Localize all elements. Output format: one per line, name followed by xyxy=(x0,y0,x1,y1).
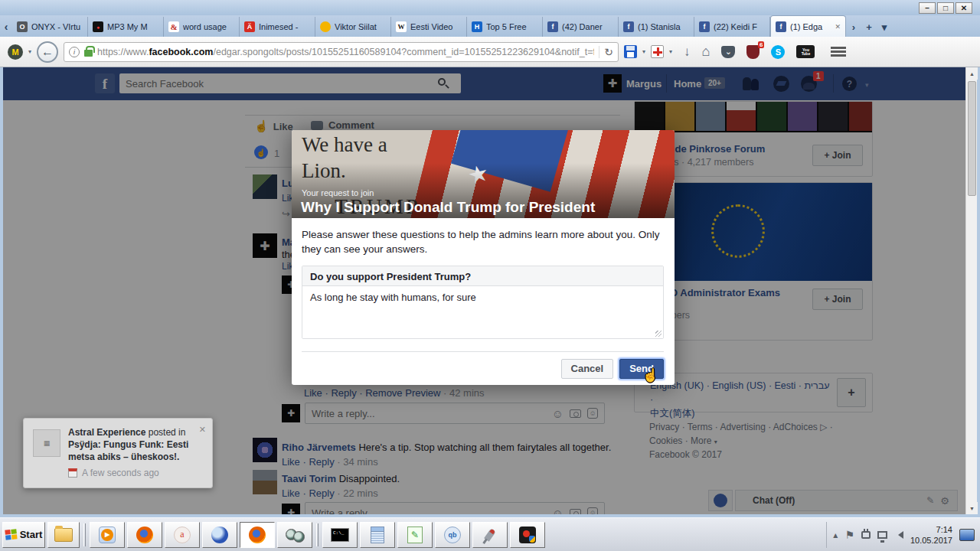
downloads-icon[interactable]: ↓ xyxy=(684,44,691,60)
inimesed-favicon: Ä xyxy=(244,21,255,32)
taskbar-separator xyxy=(83,523,86,546)
firefox-button[interactable] xyxy=(127,522,162,548)
network-icon[interactable] xyxy=(877,531,887,539)
chevron-down-icon[interactable]: ▾ xyxy=(28,48,31,55)
scrollbar-thumb[interactable] xyxy=(968,81,976,196)
folder-icon xyxy=(54,528,73,542)
minimize-button[interactable]: – xyxy=(919,2,936,14)
system-tray: ▴ ⚑ 7:14 10.05.2017 xyxy=(826,522,978,548)
tab-scroll-left-icon[interactable]: ‹ xyxy=(0,17,12,37)
page-info-icon[interactable]: i xyxy=(69,47,80,57)
qbittorrent-button[interactable]: qb xyxy=(435,522,470,548)
modal-footer: Cancel Send xyxy=(302,351,664,385)
chevron-down-icon[interactable]: ▾ xyxy=(669,48,672,55)
firefox-icon xyxy=(136,527,153,543)
tab-top5[interactable]: HTop 5 Free xyxy=(467,17,543,37)
close-button[interactable]: ✕ xyxy=(956,2,972,14)
skype-icon[interactable]: S xyxy=(771,45,785,59)
recorder-icon xyxy=(519,527,536,543)
tab-onyx[interactable]: OONYX - VIrtu xyxy=(12,17,88,37)
show-desktop-icon[interactable] xyxy=(959,529,975,541)
tab-mp3[interactable]: ●MP3 My M xyxy=(88,17,164,37)
h-favicon: H xyxy=(472,21,482,32)
notification-toast[interactable]: ▦ Astral Experience posted in Psÿdja: Fu… xyxy=(23,418,213,488)
modal-title: Why I Support Donald Trump for President xyxy=(301,199,595,216)
flag-icon[interactable]: ⚑ xyxy=(844,529,854,541)
webcam-app-button[interactable] xyxy=(277,522,312,548)
shield-badge: 6 xyxy=(758,41,764,48)
tab-close-icon[interactable]: ✕ xyxy=(835,23,841,31)
qbittorrent-icon: qb xyxy=(444,527,461,543)
toast-close-icon[interactable]: ✕ xyxy=(199,425,206,435)
taskbar: Start ▶ a C:\_ ✎ qb ▴ ⚑ 7:14 10.05.2017 xyxy=(0,517,980,551)
hamburger-menu-icon[interactable] xyxy=(831,47,846,57)
facebook-favicon: f xyxy=(623,21,634,32)
chevron-down-icon[interactable]: ▾ xyxy=(642,48,645,55)
answer-textarea[interactable]: As long he stay with humans, for sure xyxy=(302,286,663,338)
wmp-button[interactable]: ▶ xyxy=(90,522,125,548)
page-scrollbar[interactable]: ▲ ▼ xyxy=(965,67,977,514)
start-button[interactable]: Start xyxy=(2,522,45,548)
page-viewport: f ✚ Margus Home 20+ 1 ? ▾ ☝ Like Comment… xyxy=(3,67,965,514)
tab-eesti-video[interactable]: WEesti Video xyxy=(391,17,467,37)
tab-bar: ‹ OONYX - VIrtu ●MP3 My M &word usage ÄI… xyxy=(0,15,980,37)
calculator-button[interactable] xyxy=(360,522,395,548)
url-text: https://www.facebook.com/edgar.spongolts… xyxy=(97,47,594,57)
security-shield-icon[interactable]: 6 xyxy=(746,45,760,59)
addon-medkit-icon[interactable] xyxy=(651,45,664,58)
terminal-icon: C:\_ xyxy=(331,528,349,542)
mouse-cursor-icon: ☝ xyxy=(642,367,658,383)
tab-list-icon[interactable]: ▾ xyxy=(877,17,892,37)
home-icon[interactable]: ⌂ xyxy=(702,44,710,60)
save-page-icon[interactable] xyxy=(624,45,637,58)
extension-m-icon[interactable]: M xyxy=(8,44,23,60)
seamonkey-button[interactable] xyxy=(202,522,237,548)
tab-word-usage[interactable]: &word usage xyxy=(164,17,240,37)
window-border xyxy=(977,67,980,514)
wikipedia-favicon: W xyxy=(396,21,407,32)
media-player-icon: ▶ xyxy=(99,527,116,543)
question-label: Do you support President Trump? xyxy=(302,266,663,286)
pocket-icon[interactable]: ⌄ xyxy=(721,46,735,58)
aimp-button[interactable]: a xyxy=(165,522,200,548)
join-request-modal: ★ We have a Lion. TRUMP Your request to … xyxy=(292,130,675,385)
quick-launch-explorer-button[interactable] xyxy=(47,522,80,548)
tab-fb-stanisla[interactable]: f(1) Stanisla xyxy=(619,17,694,37)
url-bar[interactable]: i https://www.facebook.com/edgar.spongol… xyxy=(64,42,619,62)
cover-text: We have a xyxy=(302,133,387,157)
tab-viktor[interactable]: Viktor Siilat xyxy=(315,17,391,37)
browser-toolbar: M ▾ ← i https://www.facebook.com/edgar.s… xyxy=(0,37,980,67)
cancel-button[interactable]: Cancel xyxy=(561,359,614,379)
scroll-up-icon[interactable]: ▲ xyxy=(966,67,978,80)
firefox-active-button[interactable] xyxy=(240,522,275,548)
https-lock-icon[interactable] xyxy=(84,50,93,57)
tab-fb-keidi[interactable]: f(22) Keidi F xyxy=(694,17,770,37)
facebook-favicon: f xyxy=(547,21,558,32)
command-prompt-button[interactable]: C:\_ xyxy=(322,522,358,548)
speaker-icon[interactable] xyxy=(894,531,903,539)
tab-inimesed[interactable]: ÄInimesed - xyxy=(240,17,315,37)
reload-icon[interactable]: ↻ xyxy=(599,46,613,58)
modal-kicker: Your request to join xyxy=(302,188,374,197)
onyx-favicon: O xyxy=(17,21,28,32)
back-button[interactable]: ← xyxy=(37,41,58,63)
seamonkey-icon xyxy=(211,527,228,543)
microphone-icon xyxy=(484,528,496,542)
toast-time: A few seconds ago xyxy=(68,468,159,478)
tab-fb-daner[interactable]: f(42) Daner xyxy=(543,17,619,37)
tab-fb-edgar-active[interactable]: f(1) Edga✕ xyxy=(770,15,846,37)
recorder-app-button[interactable] xyxy=(510,522,545,548)
tab-overflow-icon[interactable]: › xyxy=(846,17,861,37)
scroll-down-icon[interactable]: ▼ xyxy=(966,502,978,514)
microphone-app-button[interactable] xyxy=(472,522,508,548)
resize-grip-icon[interactable] xyxy=(655,331,662,337)
new-tab-button[interactable]: + xyxy=(861,17,877,37)
youtube-icon[interactable]: YouTube xyxy=(796,45,815,58)
power-plug-icon[interactable] xyxy=(861,531,871,539)
maximize-button[interactable]: □ xyxy=(937,2,954,14)
notepad-button[interactable]: ✎ xyxy=(397,522,433,548)
taskbar-clock[interactable]: 7:14 10.05.2017 xyxy=(910,524,952,546)
aimp-icon: a xyxy=(174,527,191,543)
word-favicon: & xyxy=(168,21,179,32)
hidden-icons-chevron[interactable]: ▴ xyxy=(833,530,838,540)
